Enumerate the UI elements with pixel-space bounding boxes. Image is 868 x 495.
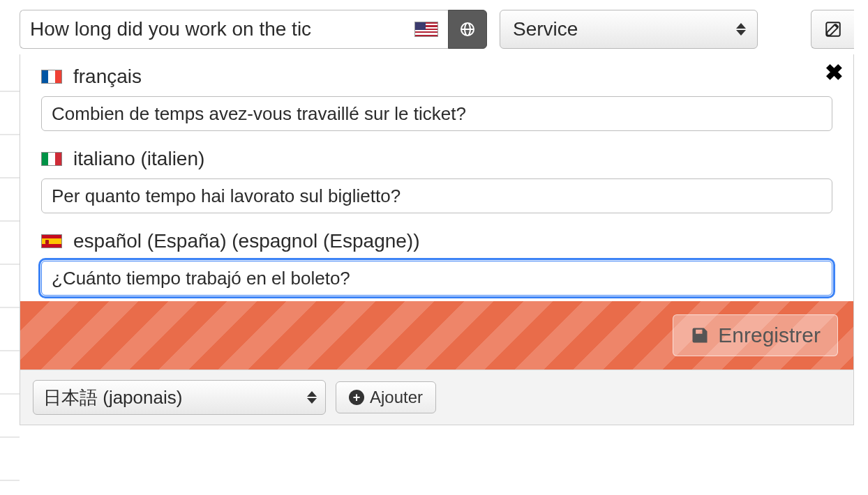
translation-language-label: español (España) (espagnol (Espagne)): [73, 230, 420, 252]
add-language-row: 日本語 (japonais) + Ajouter: [20, 370, 853, 425]
category-select-value: Service: [513, 18, 578, 40]
translation-header: italiano (italien): [41, 148, 832, 170]
translation-input[interactable]: [41, 178, 832, 213]
translation-language-label: français: [73, 66, 142, 88]
select-caret-icon: [307, 391, 317, 404]
translation-language-label: italiano (italien): [73, 148, 204, 170]
main-input-group: How long did you work on the tic: [20, 10, 487, 49]
add-language-select-value: 日本語 (japonais): [43, 386, 182, 410]
translation-header: français: [41, 66, 832, 88]
plus-circle-icon: +: [349, 390, 364, 405]
close-button[interactable]: ✖: [825, 61, 844, 84]
translation-input[interactable]: [41, 261, 832, 296]
top-row: How long did you work on the tic Service: [0, 0, 868, 49]
edit-button[interactable]: [811, 10, 854, 49]
save-button-label: Enregistrer: [718, 323, 821, 347]
add-language-select[interactable]: 日本語 (japonais): [33, 380, 326, 415]
pencil-square-icon: [824, 20, 842, 38]
category-select[interactable]: Service: [500, 10, 758, 49]
add-language-button[interactable]: + Ajouter: [336, 381, 436, 413]
save-bar: Enregistrer: [20, 301, 853, 370]
close-icon: ✖: [825, 60, 844, 85]
select-caret-icon: [736, 23, 746, 36]
translation-section: italiano (italien): [20, 137, 853, 219]
translations-panel: ✖ françaisitaliano (italien)español (Esp…: [20, 54, 854, 425]
question-input[interactable]: How long did you work on the tic: [20, 10, 448, 49]
flag-es-icon: [41, 234, 62, 248]
save-button[interactable]: Enregistrer: [673, 314, 838, 356]
translation-section: français: [20, 54, 853, 137]
flag-fr-icon: [41, 70, 62, 84]
background-grid: [0, 49, 20, 495]
globe-icon: [459, 21, 476, 38]
flag-us-icon: [414, 22, 438, 37]
translation-section: español (España) (espagnol (Espagne)): [20, 219, 853, 301]
floppy-disk-icon: [690, 326, 710, 345]
flag-it-icon: [41, 152, 62, 166]
question-input-text: How long did you work on the tic: [30, 18, 409, 40]
translations-toggle-button[interactable]: [448, 10, 487, 49]
translation-input[interactable]: [41, 96, 832, 131]
svg-rect-0: [826, 22, 840, 36]
add-button-label: Ajouter: [370, 388, 423, 407]
translation-header: español (España) (espagnol (Espagne)): [41, 230, 832, 252]
